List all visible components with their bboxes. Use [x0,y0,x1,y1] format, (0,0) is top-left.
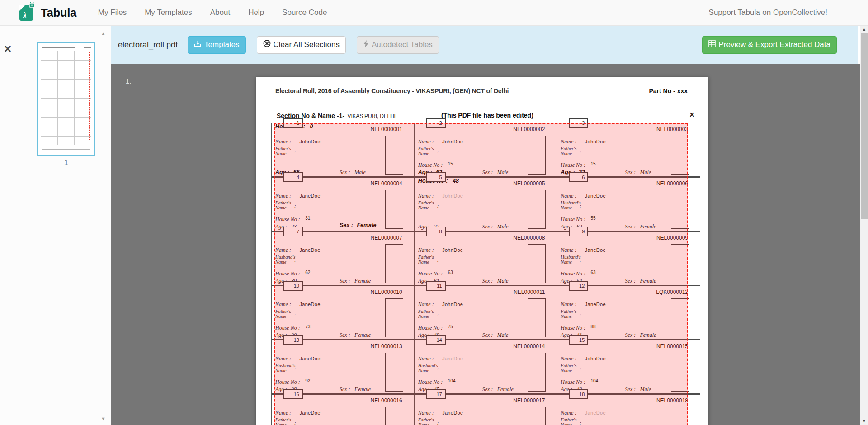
nav-help[interactable]: Help [239,8,273,17]
templates-icon [194,40,204,50]
doc-part-no: Part No - xxx [649,87,688,94]
support-link[interactable]: Support Tabula on OpenCollective! [709,8,827,17]
page-thumbnail[interactable] [37,42,95,156]
nav-my-files[interactable]: My Files [89,8,136,17]
document-toolbar: electoral_roll.pdf Templates Clear All S… [111,26,858,64]
preview-export-button[interactable]: Preview & Export Extracted Data [702,36,837,54]
scrollbar-up-icon[interactable]: ▲ [860,26,868,33]
nav-links: My Files My Templates About Help Source … [89,8,336,17]
brand-title: Tabula [41,6,76,20]
vertical-scrollbar: ▲ ▼ [860,26,868,425]
nav-about[interactable]: About [201,8,239,17]
templates-button[interactable]: Templates [188,36,245,54]
thumb-selection-outline [42,52,90,140]
top-navbar: λ Tabula My Files My Templates About Hel… [0,0,868,26]
clear-all-selections-button[interactable]: Clear All Selections [257,36,346,54]
table-list-icon [708,40,718,50]
autodetect-tables-button[interactable]: Autodetect Tables [357,36,439,54]
nav-source-code[interactable]: Source Code [273,8,336,17]
section-name: VIKAS PURI, DELHI [348,113,396,119]
selection-region[interactable] [274,123,688,425]
doc-title: Electoral Roll, 2016 of Assembly Constit… [275,87,509,94]
clear-circle-x-icon [263,40,274,50]
thumb-footer-line [42,149,90,150]
pdf-canvas-area: 1. Electoral Roll, 2016 of Assembly Cons… [111,64,860,425]
thumbnail-sidebar: ✕ 1 ▲ ▼ [0,26,111,425]
selection-close-icon[interactable]: ✕ [689,111,695,119]
edited-note: (This PDF file has been edited) [441,112,533,119]
page-number-label: 1. [126,77,132,85]
document-filename: electoral_roll.pdf [118,40,178,50]
scrollbar-thumb[interactable] [861,33,868,219]
lightning-icon [363,40,372,50]
tabula-logo-icon: λ [18,2,36,24]
sidebar-scroll-up-icon[interactable]: ▲ [101,31,106,36]
section-header: Section No & Name -1- VIKAS PURI, DELHI … [277,112,699,120]
svg-text:λ: λ [23,11,27,20]
thumbnail-page-number: 1 [37,158,95,167]
thumb-title-line [42,47,75,48]
nav-my-templates[interactable]: My Templates [136,8,201,17]
scrollbar-down-icon[interactable]: ▼ [860,417,868,425]
thumb-partno-line [84,47,91,48]
sidebar-scroll-down-icon[interactable]: ▼ [101,416,106,421]
remove-page-icon[interactable]: ✕ [4,44,12,54]
tabula-brand[interactable]: λ Tabula [18,2,76,24]
pdf-page[interactable]: Electoral Roll, 2016 of Assembly Constit… [256,77,708,425]
